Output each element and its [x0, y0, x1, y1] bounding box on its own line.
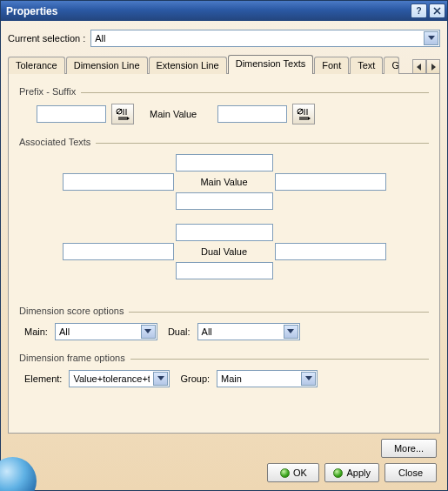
assoc-dual-left-input[interactable]: [63, 243, 174, 260]
close-button[interactable]: Close: [384, 463, 437, 482]
frame-group-value: Main: [221, 373, 242, 384]
group-prefix-suffix-label: Prefix - Suffix: [19, 86, 76, 97]
tab-tolerance[interactable]: Tolerance: [8, 57, 65, 74]
current-selection-row: Current selection : All: [8, 29, 440, 48]
assoc-main-bottom-input[interactable]: [176, 192, 273, 210]
current-selection-label: Current selection :: [8, 33, 85, 44]
ok-dot-icon: [280, 468, 290, 478]
group-score-label: Dimension score options: [19, 306, 124, 316]
assoc-dual-label: Dual Value: [176, 246, 273, 257]
tabs: Tolerance Dimension Line Extension Line …: [8, 55, 440, 74]
chevron-down-icon: [284, 325, 298, 339]
apply-button[interactable]: Apply: [324, 463, 379, 482]
tab-graphic[interactable]: Graphic: [384, 57, 399, 74]
score-dual-value: All: [202, 326, 212, 337]
group-frame: Dimension frame options Element: Value+t…: [19, 353, 429, 387]
tab-scroll-right-button[interactable]: [426, 59, 440, 74]
group-associated-texts: Associated Texts Main Value Dual Value: [19, 137, 429, 293]
assoc-dual-right-input[interactable]: [275, 243, 386, 260]
current-selection-dropdown[interactable]: All: [90, 30, 440, 47]
prefix-main-value-label: Main Value: [139, 109, 212, 119]
footer: More... OK Apply Close: [8, 434, 440, 486]
prefix-input[interactable]: [37, 105, 106, 123]
tab-dimension-texts[interactable]: Dimension Texts: [228, 55, 314, 74]
assoc-dual-bottom-input[interactable]: [176, 262, 273, 279]
group-prefix-suffix: Prefix - Suffix Main Val: [19, 86, 429, 124]
chevron-down-icon: [141, 325, 156, 339]
frame-group-dropdown[interactable]: Main: [217, 370, 318, 387]
assoc-main-right-input[interactable]: [275, 173, 386, 191]
score-main-value: All: [59, 326, 70, 337]
chevron-down-icon: [424, 31, 438, 45]
chevron-down-icon: [153, 372, 168, 386]
assoc-dual-top-input[interactable]: [176, 224, 273, 241]
apply-dot-icon: [333, 468, 343, 478]
score-main-label: Main:: [24, 326, 48, 337]
frame-element-value: Value+tolerance+te: [73, 373, 150, 384]
group-frame-label: Dimension frame options: [19, 353, 125, 363]
titlebar: Properties ?: [1, 1, 447, 21]
frame-element-dropdown[interactable]: Value+tolerance+te: [69, 370, 170, 387]
group-associated-texts-label: Associated Texts: [19, 137, 90, 147]
score-dual-dropdown[interactable]: All: [197, 323, 300, 340]
ok-button[interactable]: OK: [267, 463, 319, 482]
score-dual-label: Dual:: [168, 326, 191, 337]
assoc-dual-block: Dual Value: [19, 224, 429, 279]
tab-text[interactable]: Text: [350, 57, 383, 74]
window-title: Properties: [6, 5, 57, 17]
tab-dimension-line[interactable]: Dimension Line: [66, 57, 148, 74]
more-button[interactable]: More...: [381, 439, 437, 458]
assoc-main-block: Main Value: [19, 154, 429, 210]
help-button[interactable]: ?: [411, 3, 427, 18]
dialog-body: Current selection : All Tolerance Dimens…: [1, 21, 447, 490]
group-score: Dimension score options Main: All Dual: …: [19, 306, 429, 340]
frame-element-label: Element:: [24, 373, 62, 384]
tab-font[interactable]: Font: [314, 57, 349, 74]
tab-extension-line[interactable]: Extension Line: [149, 57, 227, 74]
suffix-input[interactable]: [217, 105, 287, 123]
assoc-main-top-input[interactable]: [176, 154, 273, 172]
score-main-dropdown[interactable]: All: [55, 323, 157, 340]
prefix-symbol-button[interactable]: [111, 104, 134, 124]
tab-scroll-left-button[interactable]: [412, 59, 426, 74]
properties-dialog: Properties ? Current selection : All Tol…: [0, 0, 448, 491]
close-window-button[interactable]: [429, 3, 445, 18]
tab-pane-dimension-texts: Prefix - Suffix Main Val: [8, 73, 440, 434]
assoc-main-left-input[interactable]: [63, 173, 174, 191]
frame-group-label: Group:: [180, 373, 210, 384]
assoc-main-label: Main Value: [176, 177, 273, 187]
chevron-down-icon: [301, 372, 316, 386]
suffix-symbol-button[interactable]: [292, 104, 315, 124]
globe-decor-icon: [0, 457, 37, 491]
current-selection-value: All: [95, 33, 105, 44]
